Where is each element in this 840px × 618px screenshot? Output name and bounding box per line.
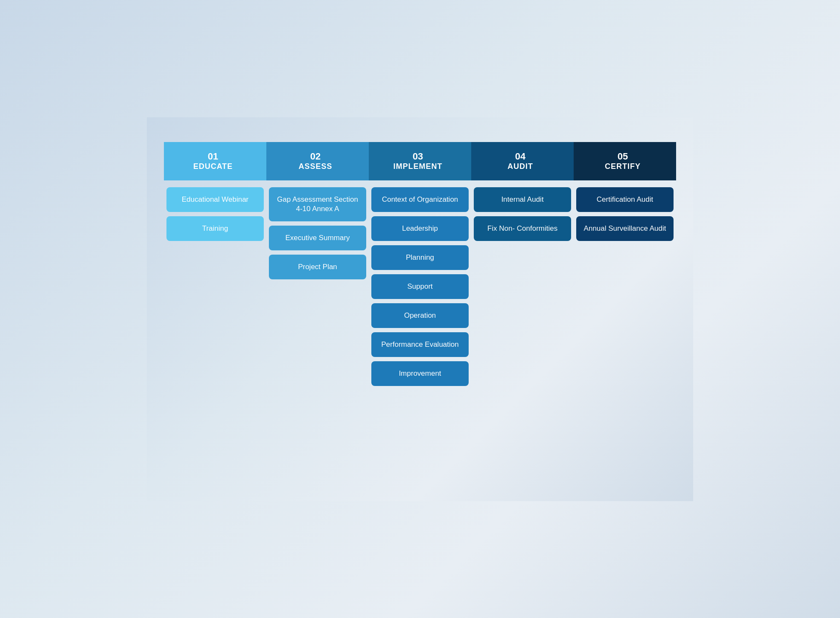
step-label: IMPLEMENT bbox=[394, 162, 443, 171]
content-card[interactable]: Training bbox=[166, 216, 264, 241]
content-card[interactable]: Annual Surveillance Audit bbox=[576, 216, 674, 241]
content-card[interactable]: Internal Audit bbox=[474, 187, 571, 212]
step-label: AUDIT bbox=[508, 162, 533, 171]
content-card[interactable]: Educational Webinar bbox=[166, 187, 264, 212]
arrow-educate: 01 EDUCATE bbox=[164, 142, 266, 180]
content-card[interactable]: Context of Organization bbox=[371, 187, 469, 212]
step-number: 05 bbox=[618, 151, 628, 162]
arrow-certify: 05 CERTIFY bbox=[574, 142, 676, 180]
content-card[interactable]: Fix Non- Conformities bbox=[474, 216, 571, 241]
arrow-audit: 04 AUDIT bbox=[471, 142, 574, 180]
content-card[interactable]: Executive Summary bbox=[269, 226, 366, 250]
step-number: 04 bbox=[515, 151, 525, 162]
content-card[interactable]: Performance Evaluation bbox=[371, 332, 469, 357]
step-number: 03 bbox=[413, 151, 423, 162]
step-label: CERTIFY bbox=[605, 162, 641, 171]
step-label: ASSESS bbox=[298, 162, 332, 171]
slide-container: 01 EDUCATE 02 ASSESS 03 IMPLEMENT 04 AUD… bbox=[147, 117, 693, 501]
column-col-educate: Educational WebinarTraining bbox=[164, 187, 266, 241]
content-card[interactable]: Certification Audit bbox=[576, 187, 674, 212]
column-col-assess: Gap Assessment Section 4-10 Annex AExecu… bbox=[266, 187, 369, 279]
content-card[interactable]: Leadership bbox=[371, 216, 469, 241]
content-card[interactable]: Project Plan bbox=[269, 255, 366, 279]
column-col-implement: Context of OrganizationLeadershipPlannin… bbox=[369, 187, 471, 386]
content-card[interactable]: Support bbox=[371, 274, 469, 299]
column-col-audit: Internal AuditFix Non- Conformities bbox=[471, 187, 574, 241]
arrow-banner: 01 EDUCATE 02 ASSESS 03 IMPLEMENT 04 AUD… bbox=[164, 142, 676, 180]
content-card[interactable]: Gap Assessment Section 4-10 Annex A bbox=[269, 187, 366, 221]
step-number: 01 bbox=[208, 151, 218, 162]
content-card[interactable]: Improvement bbox=[371, 361, 469, 386]
step-number: 02 bbox=[310, 151, 321, 162]
arrow-assess: 02 ASSESS bbox=[266, 142, 369, 180]
column-col-certify: Certification AuditAnnual Surveillance A… bbox=[574, 187, 676, 241]
step-label: EDUCATE bbox=[193, 162, 233, 171]
content-card[interactable]: Planning bbox=[371, 245, 469, 270]
content-card[interactable]: Operation bbox=[371, 303, 469, 328]
arrow-implement: 03 IMPLEMENT bbox=[369, 142, 471, 180]
content-area: Educational WebinarTrainingGap Assessmen… bbox=[164, 187, 676, 386]
